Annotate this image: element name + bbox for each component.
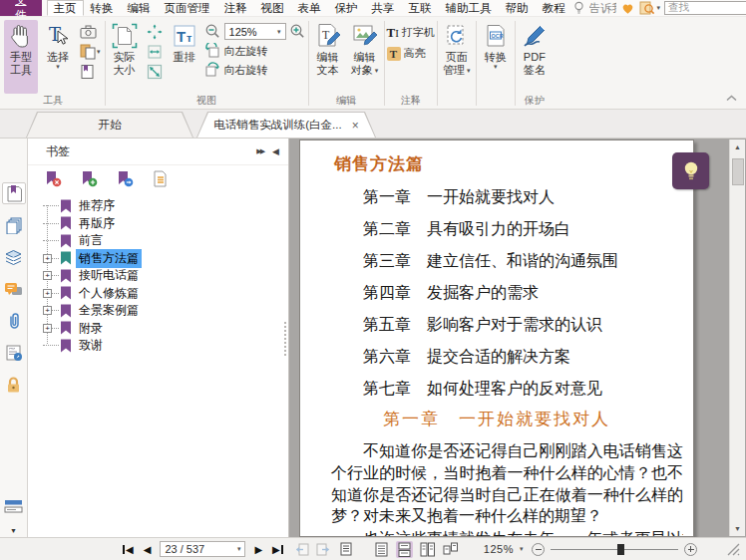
more-panels-icon[interactable]: ▼ bbox=[10, 527, 17, 537]
collapse-ribbon-icon[interactable] bbox=[726, 95, 737, 102]
resize-grip[interactable] bbox=[727, 543, 740, 556]
goto-bookmark-icon[interactable] bbox=[117, 170, 134, 187]
expand-node-icon[interactable]: + bbox=[43, 289, 52, 298]
zoom-in-icon[interactable] bbox=[289, 23, 306, 40]
pdf-sign-icon bbox=[521, 21, 549, 51]
bookmark-item-selected[interactable]: +销售方法篇 bbox=[28, 250, 288, 268]
page-management-button[interactable]: 页面 管理▾ bbox=[440, 20, 474, 94]
bookmark-item[interactable]: +全景案例篇 bbox=[28, 302, 288, 320]
tab-accessibility[interactable]: 辅助工具 bbox=[439, 0, 499, 16]
bookmark-item[interactable]: 致谢 bbox=[28, 337, 288, 355]
lightbulb-icon[interactable] bbox=[572, 1, 585, 15]
zoom-out-icon[interactable] bbox=[204, 23, 221, 40]
tab-convert[interactable]: 转换 bbox=[84, 0, 121, 16]
previous-view-icon[interactable] bbox=[295, 543, 309, 556]
doc-tab-book[interactable]: 电话销售实战训练(白金...× bbox=[196, 112, 376, 138]
bookmark-item[interactable]: +个人修炼篇 bbox=[28, 285, 288, 303]
tab-protect[interactable]: 保护 bbox=[328, 0, 365, 16]
layers-panel-icon[interactable] bbox=[2, 246, 26, 268]
scroll-down-icon[interactable]: ▼ bbox=[730, 521, 745, 536]
convert-button[interactable]: OCR 转换 ▾ bbox=[479, 20, 513, 94]
tab-page-management[interactable]: 页面管理 bbox=[158, 0, 217, 16]
document-options-icon[interactable] bbox=[340, 542, 352, 556]
reflow-button[interactable]: Tт 重排 bbox=[168, 20, 201, 94]
tab-home[interactable]: 主页 bbox=[47, 0, 84, 16]
typewriter-button[interactable]: TI 打字机 bbox=[387, 24, 435, 41]
tab-form[interactable]: 表单 bbox=[291, 0, 328, 16]
search-document-icon[interactable]: ▾ bbox=[639, 1, 661, 15]
pdf-sign-button[interactable]: PDF 签名 bbox=[518, 20, 552, 94]
tab-tutorial[interactable]: 教程 bbox=[536, 0, 572, 16]
attachments-panel-icon[interactable] bbox=[2, 310, 26, 332]
delete-bookmark-icon[interactable] bbox=[45, 170, 62, 187]
scrollbar-thumb[interactable] bbox=[732, 158, 744, 185]
file-menu-button[interactable]: 文件 bbox=[0, 0, 42, 16]
hand-tool-button[interactable]: 手型 工具 bbox=[4, 20, 38, 94]
bookmark-item[interactable]: +附录 bbox=[28, 320, 288, 338]
scroll-up-icon[interactable]: ▲ bbox=[730, 140, 745, 154]
expand-node-icon[interactable]: + bbox=[43, 254, 52, 263]
bookmark-item[interactable]: 再版序 bbox=[28, 215, 288, 233]
expand-bookmarks-icon[interactable] bbox=[153, 170, 168, 187]
last-page-button[interactable]: ▶ bbox=[267, 544, 288, 555]
tab-help[interactable]: 帮助 bbox=[499, 0, 536, 16]
add-bookmark-icon[interactable] bbox=[81, 170, 98, 187]
bookmark-item[interactable]: +接听电话篇 bbox=[28, 267, 288, 285]
fit-visible-button[interactable] bbox=[145, 63, 165, 81]
zoom-level-combobox[interactable]: 125%▾ bbox=[224, 23, 286, 40]
chapter-list: 第一章 一开始就要找对人 第二章 具有吸引力的开场白 第三章 建立信任、和谐的沟… bbox=[363, 181, 693, 405]
signatures-panel-icon[interactable] bbox=[2, 342, 26, 364]
vertical-scrollbar[interactable]: ▲ ▼ bbox=[729, 140, 745, 536]
zoom-slider[interactable] bbox=[551, 549, 678, 550]
assistant-lightbulb-button[interactable] bbox=[672, 152, 709, 189]
fit-page-button[interactable] bbox=[145, 23, 165, 41]
expand-node-icon[interactable]: + bbox=[43, 306, 52, 315]
zoom-out-button[interactable] bbox=[532, 543, 545, 556]
bookmarks-panel-icon[interactable] bbox=[2, 182, 26, 204]
single-page-view-icon[interactable] bbox=[373, 541, 390, 558]
actual-size-button[interactable]: 实际 大小 bbox=[108, 20, 142, 94]
rotate-right-button[interactable]: 向右旋转 bbox=[204, 62, 306, 78]
heart-icon[interactable] bbox=[620, 1, 635, 15]
tab-share[interactable]: 共享 bbox=[365, 0, 402, 16]
rotate-left-button[interactable]: 向左旋转 bbox=[204, 43, 306, 59]
tab-connect[interactable]: 互联 bbox=[402, 0, 439, 16]
float-panel-icon[interactable]: ▶▶ bbox=[256, 147, 263, 155]
facing-view-icon[interactable] bbox=[419, 541, 436, 558]
zoom-slider-thumb[interactable] bbox=[617, 544, 624, 555]
continuous-facing-view-icon[interactable] bbox=[442, 541, 459, 558]
search-input[interactable]: 查找 bbox=[664, 1, 746, 15]
highlight-button[interactable]: T 高亮 bbox=[387, 45, 435, 62]
zoom-in-button[interactable] bbox=[684, 543, 697, 556]
next-page-button[interactable]: ▶ bbox=[249, 544, 267, 555]
expand-node-icon[interactable]: + bbox=[43, 271, 52, 280]
paste-special-button[interactable] bbox=[78, 63, 103, 81]
fields-panel-icon[interactable] bbox=[2, 495, 26, 517]
previous-page-button[interactable]: ◀ bbox=[139, 544, 157, 555]
next-view-icon[interactable] bbox=[316, 543, 330, 556]
close-tab-icon[interactable]: × bbox=[352, 121, 359, 131]
doc-tab-start[interactable]: 开始 bbox=[26, 112, 193, 138]
zoom-dropdown-caret[interactable]: ▾ bbox=[520, 546, 524, 552]
edit-object-button[interactable]: 编辑 对象▾ bbox=[348, 20, 382, 94]
clipboard-paste-button[interactable]: ▾ bbox=[78, 43, 103, 61]
bookmark-item[interactable]: 前言 bbox=[28, 232, 288, 250]
tab-edit[interactable]: 编辑 bbox=[121, 0, 158, 16]
tab-comment[interactable]: 注释 bbox=[217, 0, 254, 16]
expand-node-icon[interactable]: + bbox=[43, 324, 52, 333]
edit-text-button[interactable]: T 编辑 文本 bbox=[311, 20, 345, 94]
snapshot-button[interactable] bbox=[78, 23, 103, 41]
select-tool-button[interactable]: T 选择 ▾ bbox=[41, 20, 75, 94]
security-panel-icon[interactable] bbox=[2, 374, 26, 396]
comments-panel-icon[interactable] bbox=[2, 278, 26, 300]
first-page-button[interactable]: ◀ bbox=[118, 544, 139, 555]
tell-me-label[interactable]: 告诉我 bbox=[589, 1, 616, 16]
fit-width-button[interactable] bbox=[145, 43, 165, 61]
bookmark-item[interactable]: 推荐序 bbox=[28, 197, 288, 215]
tab-view[interactable]: 视图 bbox=[254, 0, 291, 16]
page-number-input[interactable]: 23 / 537▾ bbox=[160, 541, 245, 557]
document-view[interactable]: 销售方法篇 第一章 一开始就要找对人 第二章 具有吸引力的开场白 第三章 建立信… bbox=[289, 139, 746, 537]
page-thumbnails-icon[interactable] bbox=[2, 214, 26, 236]
collapse-panel-icon[interactable]: ◀ bbox=[272, 146, 279, 156]
continuous-view-icon[interactable] bbox=[396, 541, 413, 558]
